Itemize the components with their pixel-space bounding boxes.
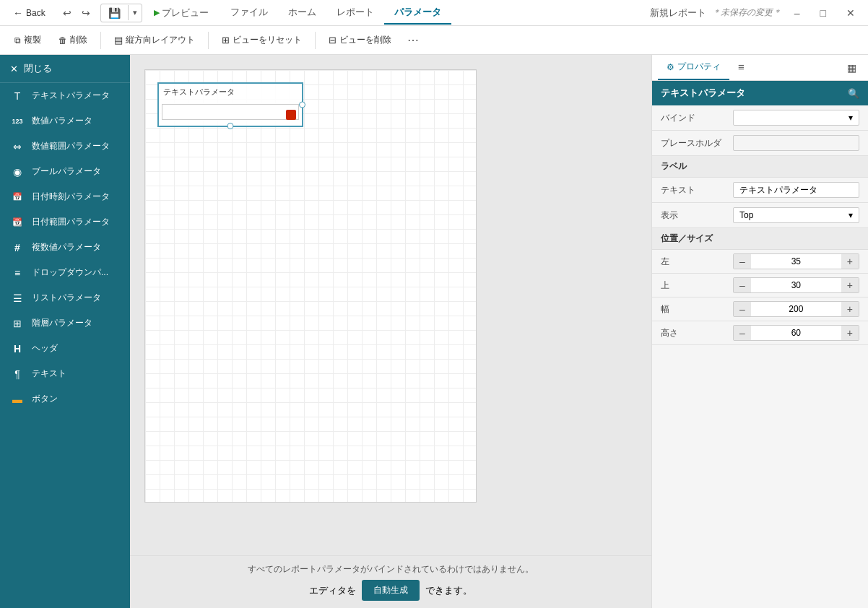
report-name: 新規レポート [650, 6, 706, 19]
copy-button[interactable]: ⧉ 複製 [7, 30, 48, 50]
sidebar-item-dropdown-param[interactable]: ≡ ドロップダウンパ... [0, 260, 130, 285]
placeholder-label: プレースホルダ [661, 137, 733, 149]
sidebar-item-header-label: ヘッダ [32, 342, 58, 355]
minimize-button[interactable]: – [787, 4, 807, 22]
top-decrement-button[interactable]: – [734, 278, 751, 292]
display-value: Top ▾ [733, 207, 859, 223]
window-close-button[interactable]: ✕ [839, 4, 862, 22]
width-value: 200 [751, 302, 841, 316]
bind-dropdown[interactable]: ▾ [733, 110, 859, 126]
canvas-grid [145, 70, 476, 502]
more-options-button[interactable]: ⋯ [402, 30, 425, 51]
search-icon: 🔍 [848, 88, 859, 99]
sidebar-item-number-param[interactable]: 123 数値パラメータ [0, 108, 130, 134]
panel-expand-button[interactable]: ▦ [841, 58, 862, 78]
list-param-icon: ☰ [10, 292, 25, 304]
resize-handle-right[interactable] [299, 102, 305, 108]
close-sidebar-label: 閉じる [24, 62, 52, 75]
sidebar-item-multi-param-label: 複数値パラメータ [32, 241, 101, 253]
number-param-icon: 123 [10, 118, 25, 125]
sidebar-item-button[interactable]: ▬ ボタン [0, 386, 130, 412]
left-increment-button[interactable]: + [841, 254, 859, 269]
preview-button[interactable]: ▶ パラメータ プレビュー [148, 4, 214, 22]
title-bar-right: 新規レポート ＊未保存の変更＊ – □ ✕ [650, 4, 862, 22]
sidebar-item-header[interactable]: H ヘッダ [0, 336, 130, 361]
tab-properties[interactable]: ⚙ プロパティ [658, 55, 729, 80]
sidebar-item-number-range-param[interactable]: ⇔ 数値範囲パラメータ [0, 134, 130, 159]
redo-button[interactable]: ↪ [77, 4, 95, 22]
sidebar-item-daterange-param[interactable]: 📆 日付範囲パラメータ [0, 209, 130, 235]
layout-button[interactable]: ▤ 縦方向レイアウト [107, 30, 202, 50]
height-increment-button[interactable]: + [841, 326, 859, 340]
delete-icon: 🗑 [58, 35, 67, 45]
text-param-widget[interactable]: テキストパラメータ [158, 83, 303, 126]
top-label: 上 [661, 279, 733, 292]
sidebar-item-hierarchy-param-label: 階層パラメータ [32, 317, 92, 329]
canvas-notification: すべてのレポートパラメータがバインドされているわけではありません。 エディタを … [130, 555, 651, 608]
tab-advanced[interactable]: ≡ [729, 55, 753, 80]
toolbar: ⧉ 複製 🗑 削除 ▤ 縦方向レイアウト ⊞ ビューをリセット ⊟ ビューを削除… [0, 26, 868, 55]
param-widget-input[interactable] [162, 104, 299, 120]
auto-generate-button[interactable]: 自動生成 [362, 580, 420, 601]
bind-label: バインド [661, 112, 733, 124]
right-panel: ⚙ プロパティ ≡ ▦ テキストパラメータ 🔍 バインド [651, 55, 868, 608]
height-decrement-button[interactable]: – [734, 326, 751, 340]
back-button[interactable]: ← Back [6, 4, 53, 22]
reset-view-button[interactable]: ⊞ ビューをリセット [214, 30, 309, 50]
undo-button[interactable]: ↩ [58, 4, 76, 22]
tab-home[interactable]: ホーム [278, 1, 326, 25]
sidebar-item-button-label: ボタン [32, 393, 58, 405]
properties-content: バインド ▾ プレースホルダ ラベル テキスト [652, 105, 868, 345]
text-input[interactable] [733, 182, 859, 198]
resize-handle-bottom[interactable] [227, 123, 234, 129]
param-widget-red-indicator [286, 110, 296, 120]
dropdown-param-icon: ≡ [10, 267, 25, 279]
height-value: 60 [751, 326, 841, 340]
number-range-param-icon: ⇔ [10, 141, 25, 152]
close-sidebar-button[interactable]: ✕ 閉じる [0, 55, 130, 83]
sidebar-item-text-param[interactable]: T テキストパラメータ [0, 83, 130, 108]
save-dropdown-button[interactable]: ▾ [128, 5, 142, 20]
top-increment-button[interactable]: + [841, 278, 859, 292]
tab-report[interactable]: レポート [326, 1, 384, 25]
tab-file[interactable]: ファイル [220, 1, 278, 25]
multi-param-icon: # [10, 242, 25, 253]
daterange-param-icon: 📆 [10, 217, 25, 227]
editor-label: エディタを [309, 584, 356, 597]
layout-label: 縦方向レイアウト [126, 34, 195, 46]
top-row: 上 – 30 + [652, 274, 868, 298]
height-label: 高さ [661, 327, 733, 339]
save-button[interactable]: 💾 [101, 4, 128, 22]
canvas-paper: テキストパラメータ [144, 69, 477, 503]
canvas-workspace[interactable]: テキストパラメータ [130, 55, 651, 555]
tab-params[interactable]: パラメータ [384, 1, 451, 25]
sidebar-item-hierarchy-param[interactable]: ⊞ 階層パラメータ [0, 310, 130, 336]
tab-properties-label: プロパティ [677, 61, 721, 73]
left-decrement-button[interactable]: – [734, 254, 751, 269]
sidebar-item-text[interactable]: ¶ テキスト [0, 361, 130, 386]
text-value [733, 182, 859, 198]
sidebar-item-multi-param[interactable]: # 複数値パラメータ [0, 235, 130, 260]
sidebar-item-list-param[interactable]: ☰ リストパラメータ [0, 285, 130, 310]
top-value: 30 [751, 278, 841, 292]
display-dropdown[interactable]: Top ▾ [733, 207, 859, 223]
width-increment-button[interactable]: + [841, 302, 859, 316]
button-icon: ▬ [10, 394, 25, 405]
delete-button[interactable]: 🗑 削除 [51, 30, 95, 50]
unsaved-indicator: ＊未保存の変更＊ [712, 6, 781, 19]
search-props-button[interactable]: 🔍 [848, 88, 859, 99]
placeholder-input[interactable] [733, 135, 859, 151]
width-decrement-button[interactable]: – [734, 302, 751, 316]
sidebar-item-bool-param[interactable]: ◉ ブールパラメータ [0, 159, 130, 184]
bind-value: ▾ [733, 110, 859, 126]
back-icon: ← [13, 7, 23, 19]
placeholder-row: プレースホルダ [652, 131, 868, 156]
remove-view-button[interactable]: ⊟ ビューを削除 [321, 30, 399, 50]
title-bar-left: ← Back [6, 4, 53, 22]
datetime-param-icon: 📅 [10, 192, 25, 201]
sidebar-item-datetime-param[interactable]: 📅 日付時刻パラメータ [0, 184, 130, 209]
width-control: – 200 + [733, 301, 859, 317]
nav-buttons: ↩ ↪ [58, 4, 95, 22]
text-icon: ¶ [10, 368, 25, 380]
maximize-button[interactable]: □ [813, 4, 833, 22]
